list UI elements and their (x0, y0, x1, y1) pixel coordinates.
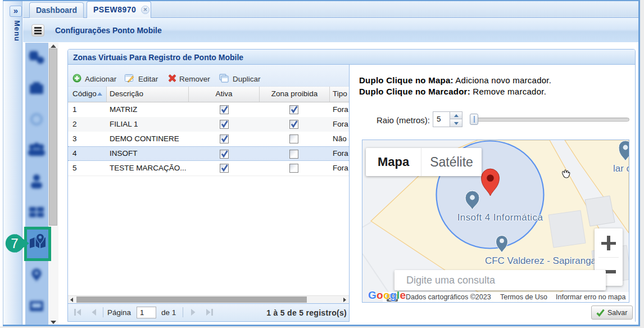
svg-text:7: 7 (11, 236, 18, 251)
